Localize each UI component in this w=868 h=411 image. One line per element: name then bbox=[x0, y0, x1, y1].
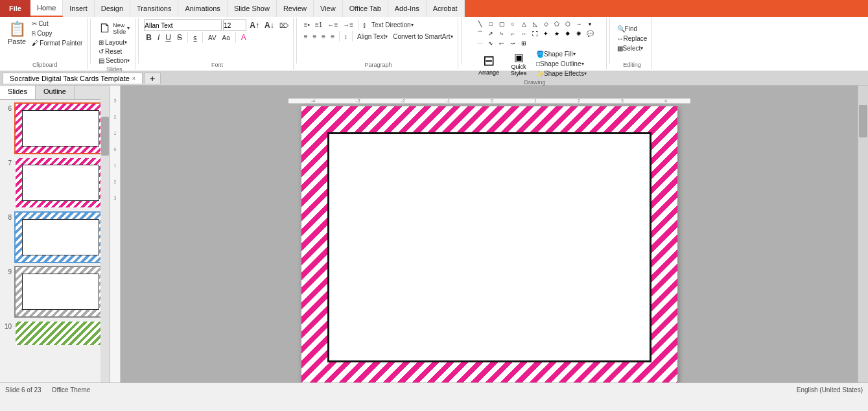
slideshow-menu-item[interactable]: Slide Show bbox=[228, 0, 277, 17]
shape-round-rect[interactable]: ▢ bbox=[497, 19, 507, 29]
select-button[interactable]: ▦ Select ▾ bbox=[615, 44, 646, 53]
slide-preview-10[interactable] bbox=[14, 320, 107, 346]
shape-line[interactable]: ╲ bbox=[475, 19, 485, 29]
outline-tab[interactable]: Outline bbox=[36, 86, 75, 99]
document-tab[interactable]: Socrative Digital Task Cards Template × bbox=[3, 73, 143, 84]
shape-misc3[interactable]: ⤺ bbox=[497, 39, 507, 48]
shape-fill-button[interactable]: 🪣 Shape Fill ▾ bbox=[534, 50, 589, 58]
font-size-input[interactable] bbox=[223, 19, 246, 31]
slide-thumb-10[interactable]: 10 bbox=[3, 320, 107, 346]
shape-rect[interactable]: □ bbox=[486, 19, 496, 29]
bold-button[interactable]: B bbox=[144, 32, 154, 43]
new-slide-dropdown[interactable]: ▾ bbox=[127, 25, 130, 31]
bullets-button[interactable]: ≡• bbox=[302, 21, 312, 29]
quick-styles-button[interactable]: ▣ Quick Styles bbox=[506, 50, 532, 78]
paste-button[interactable]: 📋 Paste bbox=[5, 19, 29, 47]
shape-right-triangle[interactable]: ◺ bbox=[530, 19, 540, 29]
shape-burst[interactable]: ✺ bbox=[574, 29, 584, 38]
format-painter-button[interactable]: 🖌 Format Painter bbox=[30, 39, 84, 47]
shape-elbow[interactable]: ⌐ bbox=[508, 29, 518, 38]
find-button[interactable]: 🔍 Find bbox=[615, 25, 639, 33]
reset-button[interactable]: ↺ Reset bbox=[97, 47, 132, 56]
shape-star4[interactable]: ✦ bbox=[541, 29, 551, 38]
new-slide-button[interactable]: 🗋 New Slide ▾ bbox=[96, 19, 132, 37]
increase-font-btn[interactable]: A↑ bbox=[248, 20, 261, 30]
cut-button[interactable]: ✂ Cut bbox=[30, 19, 84, 28]
shape-star5[interactable]: ★ bbox=[552, 29, 562, 38]
decrease-indent-btn[interactable]: ←≡ bbox=[325, 21, 340, 29]
shape-triangle[interactable]: △ bbox=[519, 19, 529, 29]
shape-star8[interactable]: ✸ bbox=[563, 29, 573, 38]
slide-thumb-8[interactable]: 8 bbox=[3, 211, 107, 263]
change-case-btn[interactable]: Aa bbox=[220, 34, 232, 42]
strikethrough-button[interactable]: S bbox=[175, 32, 184, 43]
font-name-input[interactable] bbox=[144, 19, 222, 31]
decrease-font-btn[interactable]: A↓ bbox=[263, 20, 276, 30]
shape-more[interactable]: ▾ bbox=[585, 19, 595, 29]
shape-misc2[interactable]: ∿ bbox=[486, 39, 496, 48]
insert-menu-item[interactable]: Insert bbox=[63, 0, 95, 17]
review-menu-item[interactable]: Review bbox=[277, 0, 314, 17]
slides-tab[interactable]: Slides bbox=[0, 86, 36, 99]
transitions-menu-item[interactable]: Transitions bbox=[130, 0, 178, 17]
shape-double-arrow[interactable]: ↔ bbox=[519, 29, 529, 38]
align-right-btn[interactable]: ≡ bbox=[320, 32, 327, 41]
shape-connector[interactable]: ⤷ bbox=[497, 29, 507, 38]
slide-thumb-6[interactable]: 6 bbox=[3, 102, 107, 154]
addins-menu-item[interactable]: Add-Ins bbox=[388, 0, 427, 17]
shape-arrow-right[interactable]: → bbox=[574, 19, 584, 29]
shape-outline-button[interactable]: □ Shape Outline ▾ bbox=[534, 60, 589, 68]
slide-preview-9[interactable] bbox=[14, 266, 107, 318]
shape-notch[interactable]: ⛶ bbox=[530, 29, 540, 38]
replace-button[interactable]: ↔ Replace bbox=[615, 34, 650, 43]
file-menu-btn[interactable]: File bbox=[0, 0, 30, 17]
new-tab-button[interactable]: + bbox=[144, 73, 161, 84]
inner-content-box[interactable] bbox=[327, 132, 651, 362]
officetab-menu-item[interactable]: Office Tab bbox=[343, 0, 388, 17]
canvas-area[interactable]: -4 -3 -2 -1 0 1 2 3 4 bbox=[121, 86, 858, 382]
convert-smartart-btn[interactable]: Convert to SmartArt ▾ bbox=[391, 32, 454, 41]
shape-curve[interactable]: ⌒ bbox=[475, 29, 485, 38]
char-spacing-btn[interactable]: AV bbox=[206, 34, 218, 42]
shape-diamond[interactable]: ◇ bbox=[541, 19, 551, 29]
copy-button[interactable]: ⎘ Copy bbox=[30, 29, 84, 38]
layout-button[interactable]: ⊞ Layout ▾ bbox=[97, 38, 132, 47]
animations-menu-item[interactable]: Animations bbox=[178, 0, 227, 17]
shape-oval[interactable]: ○ bbox=[508, 19, 518, 29]
shape-misc4[interactable]: ⤻ bbox=[508, 39, 518, 48]
arrange-button[interactable]: ⊟ Arrange bbox=[475, 51, 503, 77]
numbering-button[interactable]: ≡1 bbox=[313, 21, 324, 29]
justify-btn[interactable]: ≡ bbox=[329, 32, 336, 41]
text-direction-btn[interactable]: Text Direction ▾ bbox=[369, 21, 416, 29]
slide-thumb-7[interactable]: 7 bbox=[3, 157, 107, 209]
shape-misc1[interactable]: ⋯ bbox=[475, 39, 485, 48]
underline-button[interactable]: U bbox=[163, 32, 173, 43]
shape-misc5[interactable]: ⊞ bbox=[519, 39, 529, 48]
slide-preview-6[interactable] bbox=[14, 102, 107, 154]
increase-indent-btn[interactable]: →≡ bbox=[341, 21, 355, 29]
slide-thumb-9[interactable]: 9 bbox=[3, 266, 107, 318]
shape-hexagon[interactable]: ⬡ bbox=[563, 19, 573, 29]
shape-pentagon[interactable]: ⬠ bbox=[552, 19, 562, 29]
align-center-btn[interactable]: ≡ bbox=[311, 32, 318, 41]
canvas-scrollbar-thumb[interactable] bbox=[859, 105, 867, 137]
clear-formatting-btn[interactable]: ⌦ bbox=[277, 21, 290, 30]
align-left-btn[interactable]: ≡ bbox=[302, 32, 310, 41]
italic-button[interactable]: I bbox=[156, 32, 161, 43]
font-color-btn[interactable]: A bbox=[239, 32, 248, 43]
shape-bent[interactable]: ↗ bbox=[486, 29, 496, 38]
slide-preview-7[interactable] bbox=[14, 157, 107, 209]
view-menu-item[interactable]: View bbox=[314, 0, 343, 17]
document-tab-close[interactable]: × bbox=[132, 75, 135, 82]
main-slide[interactable] bbox=[301, 106, 677, 382]
acrobat-menu-item[interactable]: Acrobat bbox=[427, 0, 465, 17]
shape-callout[interactable]: 💬 bbox=[585, 29, 595, 38]
shape-effects-button[interactable]: ✨ Shape Effects ▾ bbox=[534, 69, 589, 78]
columns-btn[interactable]: ⫿ bbox=[361, 21, 368, 29]
design-menu-item[interactable]: Design bbox=[95, 0, 130, 17]
slides-scrollbar-thumb[interactable] bbox=[101, 117, 109, 156]
line-spacing-btn[interactable]: ↕ bbox=[342, 32, 349, 41]
slide-preview-8[interactable] bbox=[14, 211, 107, 263]
home-menu-item[interactable]: Home bbox=[30, 0, 63, 17]
shadow-button[interactable]: s̲ bbox=[191, 33, 199, 43]
